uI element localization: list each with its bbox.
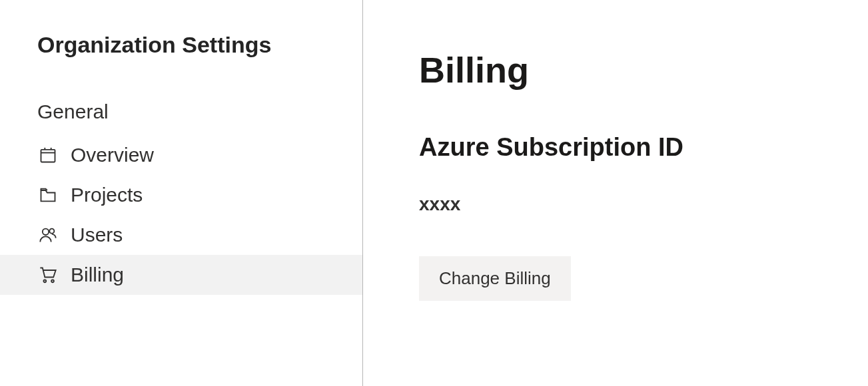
sidebar-section-general: General xyxy=(0,66,362,135)
svg-rect-0 xyxy=(41,150,55,162)
sidebar-item-billing[interactable]: Billing xyxy=(0,255,362,295)
sidebar-title: Organization Settings xyxy=(0,32,362,66)
page-title: Billing xyxy=(419,49,868,91)
sidebar-item-label: Users xyxy=(71,225,123,245)
sidebar-item-label: Overview xyxy=(71,145,154,165)
billing-icon xyxy=(37,264,59,286)
sidebar-item-label: Billing xyxy=(71,265,124,285)
main-content: Billing Azure Subscription ID xxxx Chang… xyxy=(363,0,868,386)
svg-point-6 xyxy=(43,280,46,282)
sidebar-item-overview[interactable]: Overview xyxy=(0,135,362,175)
sidebar-item-label: Projects xyxy=(71,185,143,205)
sidebar-item-users[interactable]: Users xyxy=(0,215,362,255)
overview-icon xyxy=(37,144,59,166)
sidebar: Organization Settings General Overview P… xyxy=(0,0,363,386)
projects-icon xyxy=(37,184,59,206)
svg-point-7 xyxy=(51,280,54,282)
users-icon xyxy=(37,224,59,246)
subscription-id-value: xxxx xyxy=(419,194,868,215)
sidebar-item-projects[interactable]: Projects xyxy=(0,175,362,215)
svg-point-4 xyxy=(43,229,49,235)
change-billing-button[interactable]: Change Billing xyxy=(419,256,571,301)
subscription-id-label: Azure Subscription ID xyxy=(419,133,868,162)
svg-point-5 xyxy=(49,229,54,234)
